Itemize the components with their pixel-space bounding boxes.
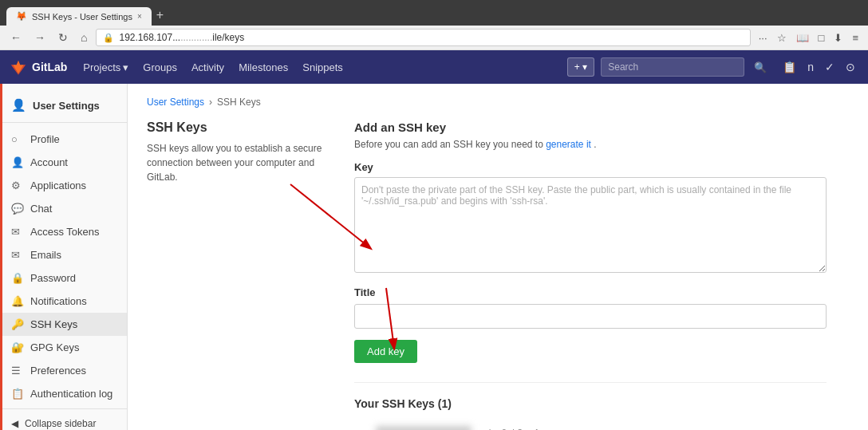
your-ssh-keys-section: Your SSH Keys (1) 🔍 cd:c9:b2:c4 last use…	[354, 382, 827, 430]
title-input[interactable]	[354, 304, 827, 329]
nav-snippets[interactable]: Snippets	[296, 58, 349, 77]
key-title: cd:c9:b2:c4	[376, 426, 708, 430]
sidebar-label-access-tokens: Access Tokens	[30, 226, 99, 238]
sidebar-item-notifications[interactable]: 🔔 Notifications	[0, 290, 127, 313]
add-key-title: Add an SSH key	[354, 120, 827, 134]
key-title-blurred	[376, 426, 471, 430]
sidebar-item-chat[interactable]: 💬 Chat	[0, 197, 127, 220]
nav-icon-2[interactable]: n	[804, 57, 817, 77]
collapse-label: Collapse sidebar	[25, 418, 96, 429]
sidebar: 👤 User Settings ○ Profile 👤 Account ⚙ Ap…	[0, 84, 128, 430]
nav-groups[interactable]: Groups	[136, 58, 183, 77]
back-btn[interactable]: ←	[6, 30, 26, 45]
sidebar-item-access-tokens[interactable]: ✉ Access Tokens	[0, 220, 127, 243]
sidebar-label-gpg-keys: GPG Keys	[30, 341, 79, 353]
breadcrumb-current: SSH Keys	[217, 97, 261, 108]
ssh-keys-title: SSH Keys	[147, 120, 322, 135]
tab-title: SSH Keys - User Settings	[32, 12, 132, 22]
title-field-label: Title	[354, 286, 827, 298]
address-text: 192.168.107...............ile/keys	[119, 32, 244, 43]
sidebar-item-emails[interactable]: ✉ Emails	[0, 243, 127, 266]
new-tab-btn[interactable]: +	[153, 5, 167, 26]
nav-icon-1[interactable]: 📋	[779, 57, 799, 77]
nav-milestones[interactable]: Milestones	[232, 58, 294, 77]
nav-projects[interactable]: Projects ▾	[77, 58, 135, 77]
collapse-sidebar-btn[interactable]: ◀ Collapse sidebar	[0, 412, 127, 430]
password-icon: 🔒	[11, 272, 24, 284]
sidebar-item-password[interactable]: 🔒 Password	[0, 266, 127, 290]
chat-icon: 💬	[11, 203, 24, 215]
sidebar-item-profile[interactable]: ○ Profile	[0, 128, 127, 151]
breadcrumb-parent-link[interactable]: User Settings	[147, 97, 204, 108]
main-layout: 👤 User Settings ○ Profile 👤 Account ⚙ Ap…	[0, 84, 868, 430]
user-avatar-btn[interactable]: ⊙	[842, 57, 858, 77]
ssh-page-layout: SSH Keys SSH keys allow you to establish…	[147, 120, 827, 430]
generate-hint: Before you can add an SSH key you need t…	[354, 139, 827, 150]
account-icon: 👤	[11, 156, 24, 168]
ssh-keys-icon: 🔑	[11, 318, 24, 330]
key-textarea[interactable]	[354, 177, 827, 273]
active-tab[interactable]: 🦊 SSH Keys - User Settings ×	[6, 7, 152, 26]
reader-btn[interactable]: 📖	[793, 30, 812, 45]
sidebar-label-auth-log: Authentication log	[30, 388, 112, 400]
key-field-group: Key	[354, 161, 827, 275]
navbar-links: Projects ▾ Groups Activity Milestones Sn…	[77, 58, 349, 77]
sidebar-item-preferences[interactable]: ☰ Preferences	[0, 359, 127, 382]
browser-tab-bar: 🦊 SSH Keys - User Settings × +	[0, 0, 868, 26]
search-btn[interactable]: 🔍	[751, 60, 770, 75]
navbar-icons: 📋 n ✓ ⊙	[779, 57, 858, 77]
home-btn[interactable]: ⌂	[77, 30, 91, 45]
sidebar-divider	[0, 408, 127, 409]
preferences-icon: ☰	[11, 365, 24, 377]
sidebar-item-gpg-keys[interactable]: 🔐 GPG Keys	[0, 336, 127, 359]
browser-toolbar: ← → ↻ ⌂ 🔒 192.168.107...............ile/…	[0, 26, 868, 50]
sidebar-label-password: Password	[30, 272, 76, 284]
bookmark-btn[interactable]: ☆	[774, 30, 790, 45]
key-info: cd:c9:b2:c4 last used: 7 minut...	[376, 426, 708, 430]
security-icon: 🔒	[103, 33, 114, 43]
search-input[interactable]	[601, 57, 744, 77]
profile-icon: ○	[11, 133, 24, 145]
sidebar-title: User Settings	[33, 100, 100, 112]
download-btn[interactable]: ⬇	[831, 30, 846, 45]
key-field-label: Key	[354, 161, 827, 173]
gitlab-navbar: GitLab Projects ▾ Groups Activity Milest…	[0, 50, 868, 84]
title-field-group: Title	[354, 286, 827, 329]
gpg-keys-icon: 🔐	[11, 341, 24, 353]
nav-activity[interactable]: Activity	[185, 58, 231, 77]
gitlab-brand-name: GitLab	[32, 61, 67, 73]
navbar-search: + ▾ 🔍	[567, 57, 770, 77]
ssh-description-panel: SSH Keys SSH keys allow you to establish…	[147, 120, 322, 430]
tokens-icon: ✉	[11, 226, 24, 238]
reload-btn[interactable]: ↻	[54, 30, 72, 45]
generate-link[interactable]: generate it	[546, 139, 591, 150]
notifications-icon: 🔔	[11, 295, 24, 307]
sidebar-item-applications[interactable]: ⚙ Applications	[0, 174, 127, 197]
sidebar-label-ssh-keys: SSH Keys	[30, 318, 77, 330]
auth-log-icon: 📋	[11, 388, 24, 400]
content-area: User Settings › SSH Keys SSH Keys SSH ke…	[128, 84, 868, 430]
sidebar-item-ssh-keys[interactable]: 🔑 SSH Keys	[0, 313, 127, 336]
nav-icon-3[interactable]: ✓	[822, 57, 838, 77]
address-bar[interactable]: 🔒 192.168.107...............ile/keys	[96, 29, 750, 46]
ssh-form-panel: Add an SSH key Before you can add an SSH…	[354, 120, 827, 430]
browser-chrome: 🦊 SSH Keys - User Settings × + ← → ↻ ⌂ 🔒…	[0, 0, 868, 50]
browser-actions: ··· ☆ 📖 □ ⬇ ≡	[756, 30, 862, 45]
user-icon: 👤	[11, 98, 26, 112]
sidebar-item-account[interactable]: 👤 Account	[0, 151, 127, 174]
sidebar-item-auth-log[interactable]: 📋 Authentication log	[0, 382, 127, 405]
tab-favicon: 🦊	[16, 11, 27, 22]
dropdown-icon: ▾	[123, 61, 128, 73]
tab-close-btn[interactable]: ×	[137, 12, 142, 21]
sidebar-label-account: Account	[30, 156, 68, 168]
sidebar-label-chat: Chat	[30, 203, 52, 215]
sidebar-header: 👤 User Settings	[0, 92, 127, 123]
gitlab-logo[interactable]: GitLab	[10, 58, 67, 76]
applications-icon: ⚙	[11, 179, 24, 191]
more-btn[interactable]: ···	[756, 30, 771, 45]
forward-btn[interactable]: →	[30, 30, 49, 45]
add-key-button[interactable]: Add key	[354, 340, 417, 363]
new-dropdown-btn[interactable]: + ▾	[567, 57, 594, 77]
sidebar-btn[interactable]: □	[815, 30, 828, 45]
menu-btn[interactable]: ≡	[849, 30, 862, 45]
